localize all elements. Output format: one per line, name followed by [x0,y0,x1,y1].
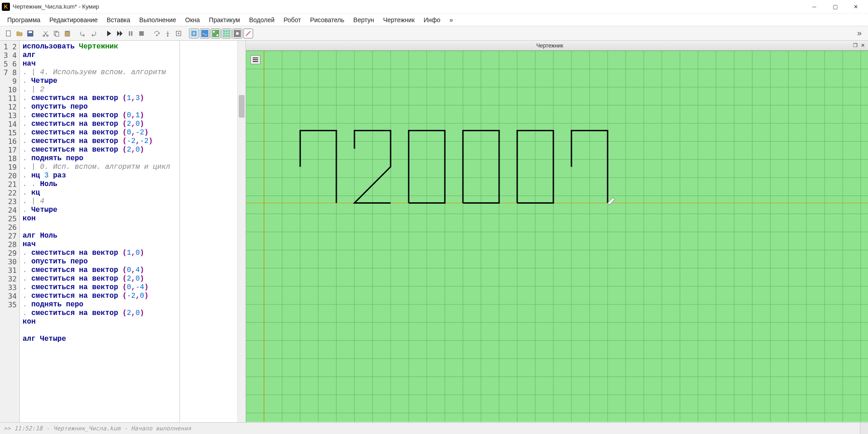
editor-pane: 1 2 3 4 5 6 7 8 9 10 11 12 13 14 15 16 1… [0,41,246,422]
svg-rect-19 [213,31,215,33]
drawing-canvas [246,51,868,422]
svg-rect-11 [139,31,144,36]
scroll-thumb[interactable] [239,95,245,118]
status-scrollbar[interactable] [860,423,868,434]
new-file-icon[interactable] [4,29,14,38]
menu-item[interactable]: Робот [280,14,304,25]
maximize-button[interactable]: ▢ [825,0,845,14]
menu-item[interactable]: Чертежник [379,14,418,25]
step-out-icon[interactable] [174,29,184,38]
actor-1-icon[interactable] [189,29,199,38]
toolbar-overflow[interactable]: » [854,29,864,38]
menu-item[interactable]: Программа [4,14,44,25]
svg-point-13 [167,35,169,36]
main-area: 1 2 3 4 5 6 7 8 9 10 11 12 13 14 15 16 1… [0,41,868,422]
menu-item[interactable]: Инфо [420,14,444,25]
canvas-pane: Чертежник ❐ ✕ [246,41,868,422]
toolbar: » [0,26,868,41]
editor-margin [179,41,237,422]
canvas-restore-icon[interactable]: ❐ [852,42,859,49]
actor-2-icon[interactable] [200,29,210,38]
actor-3-icon[interactable] [211,29,221,38]
svg-point-23 [236,32,239,35]
step-into-icon[interactable] [163,29,173,38]
undo-icon[interactable] [78,29,88,38]
line-gutter: 1 2 3 4 5 6 7 8 9 10 11 12 13 14 15 16 1… [0,41,20,422]
code-editor[interactable]: использовать Чертежникалгнач. | 4. Испол… [20,41,179,422]
pause-icon[interactable] [126,29,136,38]
svg-rect-6 [56,32,59,36]
actor-6-icon[interactable] [243,29,253,38]
cut-icon[interactable] [41,29,51,38]
run-fast-icon[interactable] [115,29,125,38]
svg-point-12 [156,34,158,36]
actor-5-icon[interactable] [232,29,242,38]
canvas-title-label: Чертежник [248,43,852,49]
copy-icon[interactable] [52,29,61,38]
svg-rect-25 [246,51,868,422]
app-icon: K [2,3,10,11]
status-bar: >> 11:52:18 - Чертежник_Числа.kum - Нача… [0,422,868,434]
open-file-icon[interactable] [14,29,24,38]
status-text: >> 11:52:18 - Чертежник_Числа.kum - Нача… [4,425,191,432]
stop-icon[interactable] [137,29,146,38]
menu-item[interactable]: Водолей [245,14,278,25]
window-title: Чертежник_Числа.kum* - Кумир [13,3,804,10]
step-over-icon[interactable] [152,29,162,38]
menu-item[interactable]: » [446,14,457,25]
canvas-body[interactable] [246,51,868,422]
canvas-close-icon[interactable]: ✕ [859,42,866,49]
menu-item[interactable]: Вставка [103,14,134,25]
canvas-menu-icon[interactable] [250,55,260,64]
minimize-button[interactable]: ─ [804,0,825,14]
title-bar: K Чертежник_Числа.kum* - Кумир ─ ▢ ✕ [0,0,868,14]
redo-icon[interactable] [89,29,99,38]
menu-item[interactable]: Рисователь [307,14,348,25]
editor-scrollbar[interactable] [237,41,245,422]
svg-rect-20 [217,34,218,36]
canvas-titlebar: Чертежник ❐ ✕ [246,41,868,51]
menu-bar: ПрограммаРедактированиеВставкаВыполнение… [0,14,868,26]
close-button[interactable]: ✕ [845,0,866,14]
paste-icon[interactable] [62,29,72,38]
menu-item[interactable]: Выполнение [136,14,179,25]
save-file-icon[interactable] [25,29,35,38]
svg-rect-17 [201,30,208,37]
svg-rect-10 [131,31,132,36]
menu-item[interactable]: Вертун [350,14,378,25]
menu-item[interactable]: Окна [182,14,204,25]
menu-item[interactable]: Практикум [205,14,244,25]
svg-rect-8 [66,31,68,32]
svg-rect-9 [129,31,130,36]
run-icon[interactable] [104,29,114,38]
actor-4-icon[interactable] [222,29,231,38]
svg-rect-2 [28,31,32,33]
svg-rect-0 [6,31,10,36]
svg-rect-15 [190,30,198,37]
menu-item[interactable]: Редактирование [46,14,101,25]
